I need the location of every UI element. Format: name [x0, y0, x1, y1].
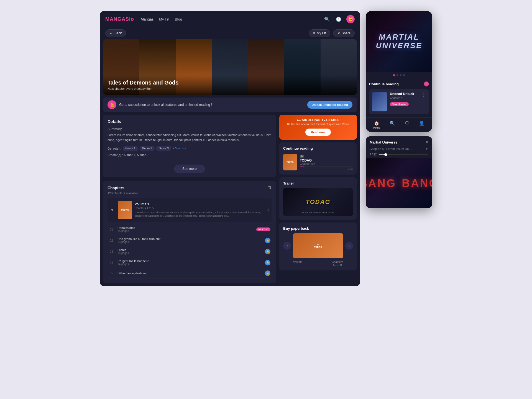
badge-lock-3: 🔒 — [265, 249, 270, 254]
progress-text: 4/51 — [300, 168, 353, 171]
reading-thumb: TODAG — [283, 154, 297, 170]
logo: MANGASio — [105, 16, 134, 22]
dot-4 — [403, 74, 405, 76]
genre-tag-3[interactable]: Genre 3 — [156, 146, 171, 151]
volume-label: Volume — [293, 260, 302, 267]
chapter-info-1: Renaissance 15 pages — [117, 226, 253, 232]
hero-overlay: Tales of Demons and Gods Next chapter ev… — [103, 75, 357, 95]
search-button[interactable]: 🔍 — [323, 15, 331, 23]
volume-chevron[interactable]: ▼ — [110, 208, 114, 212]
volume-info-button[interactable]: ℹ — [267, 208, 269, 212]
player-title: Martial Universe — [370, 140, 397, 144]
nav-links: Mangas My list Blog — [141, 17, 316, 21]
continue-item[interactable]: Undead Unluck Chapter 21 New chapter ⋮ — [369, 89, 429, 114]
genre-tag-2[interactable]: Genre 2 — [140, 146, 155, 151]
right-panels: MARTIAL UNIVERSE Continue reading 3 — [366, 11, 432, 286]
see-more-button[interactable]: See more — [174, 165, 205, 173]
player-track[interactable] — [379, 154, 428, 155]
player-header: Martial Universe × — [366, 136, 432, 147]
volume-name: Volume 1 — [135, 202, 265, 206]
mylist-label: My list — [317, 31, 326, 35]
buy-paperback-card: Buy paperback ‹ 10TODAG › Volume Cha — [279, 222, 357, 270]
phone-dots — [366, 72, 432, 78]
continue-label: Continue reading — [369, 82, 422, 86]
phone-nav-home[interactable]: 🏠 Home — [373, 121, 380, 129]
translate-icon: ⟺ — [297, 119, 301, 122]
subscription-banner: 🔒 Get a subscription to unlock all featu… — [103, 98, 357, 112]
chapter-item-2[interactable]: 02 Une grenouille au fond d'un puit 13 p… — [108, 235, 272, 246]
chapter-item-1[interactable]: 01 Renaissance 15 pages GRATUIT — [108, 224, 272, 235]
back-button[interactable]: ← Back — [105, 29, 126, 37]
share-button[interactable]: ↗ Share — [333, 29, 355, 37]
badge-count: 3 — [424, 81, 429, 86]
avatar-button[interactable]: 🐱 — [346, 15, 355, 23]
chapter-num-5: 05 — [109, 272, 114, 275]
trailer-video-subtitle: Tales Of Demon And Gods — [302, 211, 334, 214]
nav-mylist[interactable]: My list — [159, 17, 169, 21]
details-card: Details Summary Lorem ipsum dolor sit am… — [103, 115, 276, 177]
carousel-prev-button[interactable]: ‹ — [283, 242, 291, 250]
ci-more-button[interactable]: ⋮ — [421, 92, 426, 97]
details-title: Details — [108, 119, 272, 124]
trailer-video-title: TODAG — [306, 198, 330, 206]
phone-mockup: MARTIAL UNIVERSE Continue reading 3 — [366, 11, 432, 132]
player-close-button[interactable]: × — [426, 140, 428, 145]
ci-badge: New chapter — [390, 102, 409, 106]
chapter-pages-1: 15 pages — [117, 229, 253, 232]
reading-item[interactable]: TODAG 9 TODAG Chapter 102 4/51 — [283, 153, 353, 171]
logo-text: MANGAS — [105, 16, 129, 22]
read-now-button[interactable]: Read now — [305, 129, 331, 136]
chapter-name-5: Début des opérations — [117, 272, 262, 275]
player-chapter-text: Chapitre 5 : Lorem Ipsum Dol... — [370, 147, 423, 150]
back-label: Back — [114, 31, 122, 35]
volume-thumb: TODAG — [118, 201, 132, 219]
toolbar-right: ≡ My list ↗ Share — [309, 29, 355, 37]
hero-subtitle: Next chapter every thursday 5pm — [108, 87, 352, 90]
player-mockup: Martial Universe × Chapitre 5 : Lorem Ip… — [366, 136, 432, 208]
phone-hero-title: MARTIAL UNIVERSE — [376, 33, 422, 50]
nav-mangas[interactable]: Mangas — [141, 17, 154, 21]
history-button[interactable]: 🕐 — [335, 15, 342, 23]
creator-label: Creator(s) : — [108, 153, 123, 157]
continue-reading-title: Continue reading — [283, 146, 353, 150]
chapter-num-4: 04 — [109, 261, 114, 264]
trailer-title: Trailer — [283, 181, 353, 185]
trailer-card: Trailer TODAG Tales Of Demon And Gods — [279, 177, 357, 220]
chapter-item-4[interactable]: 04 L'argent fait le bonheur 14 pages 🔒 — [108, 257, 272, 268]
sort-button[interactable]: ⇅ — [268, 185, 272, 190]
carousel-next-button[interactable]: › — [345, 242, 353, 250]
genre-tag-1[interactable]: Genre 1 — [123, 146, 138, 151]
phone-nav-profile[interactable]: 👤 — [419, 121, 424, 129]
chapter-item-3[interactable]: 03 Frères 16 pages 🔒 — [108, 246, 272, 257]
sub-banner-left: 🔒 Get a subscription to unlock all featu… — [108, 100, 212, 109]
simultrad-label: ⟺ SIMULTRAD AVAILABLE — [283, 119, 353, 122]
chapter-info-2: Une grenouille au fond d'un puit 13 page… — [117, 237, 262, 244]
buy-carousel: ‹ 10TODAG › — [283, 233, 353, 258]
summary-label: Summary — [108, 127, 272, 131]
hero-title: Tales of Demons and Gods — [108, 80, 352, 86]
share-label: Share — [342, 31, 351, 35]
price-range: 50 - 60 — [332, 264, 343, 267]
simultrad-label-text: SIMULTRAD AVAILABLE — [302, 119, 339, 122]
back-arrow-icon: ← — [109, 31, 113, 35]
phone-nav-history[interactable]: ⏱ — [405, 121, 409, 129]
volume-chapters: Chapters 1 to 5 — [135, 207, 265, 210]
chapters-count: 128 chapters available — [108, 191, 272, 195]
chapters-header: Chapters ⇅ — [108, 185, 272, 190]
unlock-button[interactable]: Unlock unlimited reading — [307, 101, 352, 109]
phone-hero-line2: UNIVERSE — [376, 42, 422, 50]
nav-blog[interactable]: Blog — [175, 17, 182, 21]
phone-nav-search[interactable]: 🔍 — [390, 121, 395, 129]
main-panel: MANGASio Mangas My list Blog 🔍 🕐 🐱 ← Bac… — [100, 11, 360, 286]
reading-title: TODAG — [300, 158, 353, 162]
trailer-thumbnail[interactable]: TODAG Tales Of Demon And Gods — [283, 188, 353, 216]
progress-bar — [300, 167, 353, 167]
home-label: Home — [373, 126, 380, 129]
mylist-button[interactable]: ≡ My list — [309, 29, 330, 37]
phone-nav: 🏠 Home 🔍 ⏱ 👤 — [366, 117, 432, 132]
volume-description: Lorem ipsum dolor sit amet, consectetur … — [135, 211, 265, 218]
more-genres-link[interactable]: + Voir plus — [173, 147, 186, 150]
chapter-name-3: Frères — [117, 248, 262, 252]
chapter-item-5[interactable]: 05 Début des opérations 🔒 — [108, 268, 272, 278]
buy-paperback-title: Buy paperback — [283, 226, 353, 231]
